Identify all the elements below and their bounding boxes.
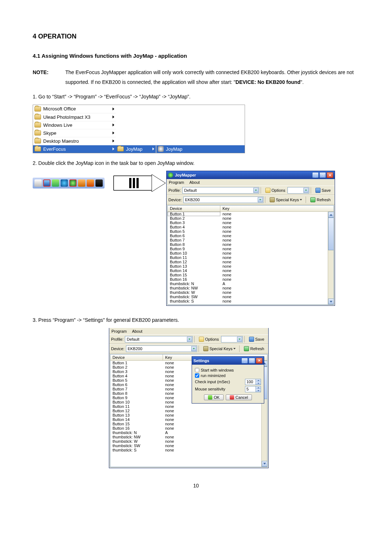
minimize-button[interactable]: _: [312, 172, 319, 178]
tray-icon-3[interactable]: [78, 179, 85, 187]
scroll-down-button[interactable]: [262, 461, 267, 467]
menu-program[interactable]: Program: [111, 329, 127, 333]
dialog-titlebar[interactable]: Settings _ □ ✕: [192, 357, 264, 365]
menu-program[interactable]: Program: [169, 180, 184, 185]
spin-up[interactable]: [256, 386, 261, 389]
options-dropdown[interactable]: [287, 187, 309, 194]
start-with-windows-row[interactable]: Start with windows: [195, 368, 261, 372]
maximize-button[interactable]: □: [249, 358, 255, 364]
grid-header-device[interactable]: Device: [168, 206, 220, 211]
table-row[interactable]: thumbstick: Wnone: [168, 290, 334, 295]
toolbar-separator: [244, 336, 245, 343]
refresh-button[interactable]: Refresh: [308, 197, 333, 203]
special-keys-button[interactable]: Special Keys: [201, 346, 238, 352]
start-windows-checkbox[interactable]: [195, 368, 199, 372]
table-row[interactable]: Button 16none: [110, 426, 267, 430]
run-minimized-row[interactable]: run minimized: [195, 373, 261, 378]
device-dropdown[interactable]: EKB200: [183, 197, 264, 203]
svg-rect-0: [129, 178, 131, 188]
table-row[interactable]: Button 15none: [168, 273, 334, 277]
table-row[interactable]: Button 9none: [168, 247, 334, 251]
tray-icon-5[interactable]: [95, 179, 103, 187]
profile-dropdown[interactable]: Default: [182, 187, 259, 194]
ok-button[interactable]: OK: [204, 394, 224, 400]
table-row[interactable]: Button 8none: [168, 242, 334, 247]
table-row[interactable]: Button 13none: [110, 413, 267, 417]
row-device: Button 1: [110, 361, 163, 365]
table-row[interactable]: Button 12none: [168, 260, 334, 264]
table-row[interactable]: Button 10none: [168, 251, 334, 255]
table-row[interactable]: Button 15none: [110, 422, 267, 426]
joymap-tray-icon[interactable]: [69, 179, 77, 187]
menu-item-skype[interactable]: Skype: [33, 129, 116, 137]
menu-item-everfocus[interactable]: EverFocus: [33, 145, 116, 153]
options-button[interactable]: Options: [197, 336, 221, 342]
table-row[interactable]: Button 6none: [168, 234, 334, 238]
minimize-button[interactable]: _: [241, 358, 248, 364]
menu-item-ulead[interactable]: Ulead PhotoImpact X3: [33, 113, 116, 121]
table-row[interactable]: Button 16none: [168, 277, 334, 281]
scroll-thumb[interactable]: [328, 218, 334, 250]
table-row[interactable]: thumbstick: NA: [110, 430, 267, 435]
table-row[interactable]: thumbstick: Wnone: [110, 439, 267, 443]
maximize-button[interactable]: □: [319, 172, 326, 178]
profile-dropdown[interactable]: Default: [125, 336, 193, 343]
tray-icon-1[interactable]: [52, 179, 59, 187]
table-row[interactable]: thumbstick: NWnone: [168, 286, 334, 290]
special-text: Special Keys: [209, 347, 233, 351]
table-row[interactable]: Button 3none: [168, 220, 334, 225]
keyboard-lang-icon[interactable]: [34, 179, 42, 187]
submenu-joymap-app[interactable]: JoyMap: [156, 145, 245, 153]
menu-item-maestro[interactable]: Desktop Maestro: [33, 137, 116, 145]
table-row[interactable]: Button 5none: [168, 229, 334, 234]
refresh-button[interactable]: Refresh: [242, 346, 266, 352]
run-min-checkbox[interactable]: [195, 373, 199, 378]
table-row[interactable]: Button 1none: [168, 212, 334, 216]
save-button[interactable]: Save: [313, 187, 333, 193]
table-row[interactable]: thumbstick: SWnone: [110, 443, 267, 448]
table-row[interactable]: Button 12none: [110, 409, 267, 413]
close-button[interactable]: ✕: [256, 358, 262, 364]
table-row[interactable]: Button 11none: [168, 255, 334, 260]
tray-icon-2[interactable]: [61, 179, 68, 187]
check-input-spinner[interactable]: 100: [245, 379, 261, 385]
cancel-button[interactable]: Cancel: [226, 394, 252, 400]
spin-down[interactable]: [256, 389, 261, 392]
submenu-joymap-folder[interactable]: JoyMap: [116, 145, 156, 153]
scroll-up-button[interactable]: [328, 212, 334, 218]
table-row[interactable]: Button 7none: [168, 238, 334, 242]
spin-up[interactable]: [256, 379, 261, 382]
table-row[interactable]: thumbstick: NWnone: [110, 435, 267, 439]
menu-item-wlive[interactable]: Windows Live: [33, 121, 116, 129]
table-row[interactable]: thumbstick: Snone: [168, 299, 334, 303]
help-icon[interactable]: [43, 179, 50, 187]
spin-down[interactable]: [256, 382, 261, 385]
table-row[interactable]: Button 2none: [168, 216, 334, 220]
table-row[interactable]: Button 11none: [110, 404, 267, 409]
close-button[interactable]: ✕: [327, 172, 333, 178]
scroll-down-button[interactable]: [328, 299, 334, 304]
table-row[interactable]: thumbstick: SWnone: [168, 295, 334, 299]
table-row[interactable]: Button 13none: [168, 264, 334, 268]
scrollbar[interactable]: [328, 212, 334, 304]
table-row[interactable]: thumbstick: NA: [168, 281, 334, 286]
menu-about[interactable]: About: [189, 180, 200, 185]
menu-about[interactable]: About: [132, 329, 143, 333]
save-button[interactable]: Save: [247, 336, 266, 342]
tray-icon-4[interactable]: [87, 179, 94, 187]
table-row[interactable]: Button 14none: [168, 268, 334, 273]
table-row[interactable]: Button 14none: [110, 417, 267, 422]
window-titlebar[interactable]: JoyMapper _ □ ✕: [167, 171, 335, 179]
device-dropdown[interactable]: EKB200: [126, 345, 197, 352]
special-keys-button[interactable]: Special Keys: [268, 197, 305, 203]
menu-item-office[interactable]: Microsoft Office: [33, 105, 116, 113]
grid-header-key[interactable]: Key: [220, 206, 334, 211]
grid-header-device[interactable]: Device: [110, 355, 163, 360]
table-row[interactable]: thumbstick: Snone: [110, 448, 267, 452]
mouse-sens-spinner[interactable]: 5: [245, 386, 261, 392]
row-device: thumbstick: S: [110, 448, 163, 452]
options-button[interactable]: Options: [263, 187, 287, 193]
row-key: none: [163, 409, 267, 413]
table-row[interactable]: Button 4none: [168, 225, 334, 229]
options-dropdown[interactable]: [221, 336, 243, 343]
